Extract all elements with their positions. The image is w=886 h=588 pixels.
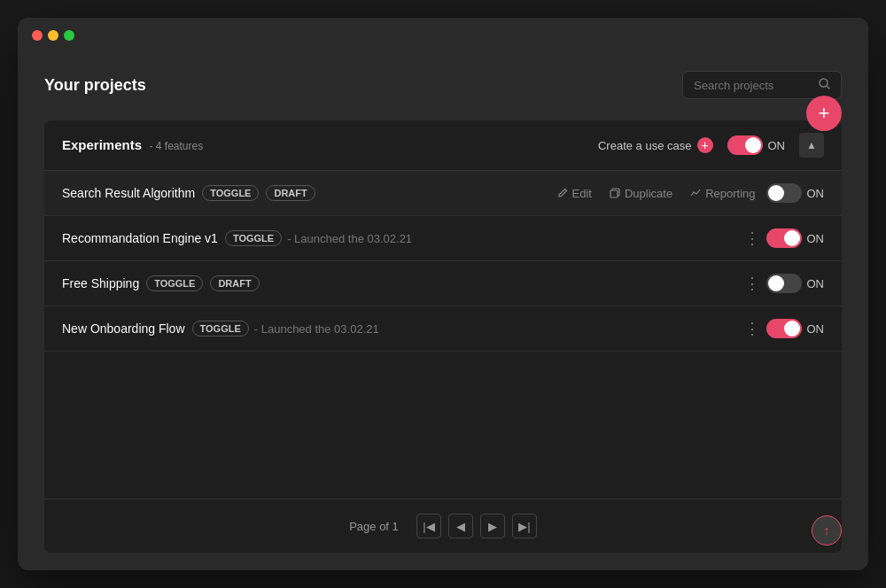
- minimize-button[interactable]: [48, 30, 58, 41]
- search-icon: [819, 77, 830, 93]
- experiment-name: Free Shipping: [62, 276, 139, 290]
- experiment-toggle-label: ON: [807, 187, 825, 200]
- create-use-case-label: Create a use case: [598, 139, 692, 152]
- plus-icon: +: [697, 137, 713, 153]
- next-page-button[interactable]: ▶: [480, 514, 505, 538]
- pagination: Page of 1 |◀ ◀ ▶ ▶|: [44, 499, 842, 553]
- toggle-badge: TOGGLE: [225, 230, 282, 246]
- next-page-icon: ▶: [488, 520, 497, 533]
- experiment-toggle[interactable]: ON: [766, 228, 825, 248]
- experiment-toggle-label: ON: [807, 322, 825, 336]
- experiment-toggle-thumb: [784, 230, 800, 246]
- experiment-toggle-track: [766, 228, 802, 248]
- experiment-toggle-track: [766, 183, 802, 203]
- svg-line-1: [827, 86, 829, 89]
- scroll-to-top-icon: ↑: [824, 523, 830, 538]
- section-title-group: Experiments - 4 features: [62, 137, 203, 153]
- experiment-toggle-label: ON: [807, 232, 825, 245]
- search-box[interactable]: [682, 71, 842, 99]
- draft-badge: DRAFT: [210, 275, 259, 291]
- more-options-button[interactable]: ⋮: [739, 274, 766, 293]
- more-options-button[interactable]: ⋮: [739, 228, 766, 248]
- section-toggle[interactable]: ON: [727, 135, 786, 155]
- create-use-case-button[interactable]: Create a use case +: [598, 137, 713, 153]
- experiment-row: Recommandation Engine v1 TOGGLE - Launch…: [44, 216, 842, 261]
- last-page-icon: ▶|: [518, 520, 530, 533]
- edit-button[interactable]: Edit: [557, 187, 592, 200]
- section-name: Experiments: [62, 137, 142, 152]
- last-page-button[interactable]: ▶|: [512, 514, 537, 538]
- add-project-button[interactable]: +: [806, 96, 842, 131]
- section-feature-count: - 4 features: [150, 140, 204, 152]
- section-toggle-thumb: [745, 137, 761, 153]
- section-actions: Create a use case + ON ▲: [598, 133, 824, 158]
- experiment-toggle-thumb: [784, 321, 800, 337]
- experiment-name: New Onboarding Flow: [62, 321, 185, 336]
- experiment-row: Search Result Algorithm TOGGLE DRAFT Edi…: [44, 171, 842, 216]
- toggle-badge: TOGGLE: [146, 275, 203, 291]
- collapse-section-button[interactable]: ▲: [799, 133, 824, 158]
- experiment-row: Free Shipping TOGGLE DRAFT ⋮ ON: [44, 261, 842, 306]
- header-row: Your projects: [44, 71, 842, 99]
- row-inline-actions: Edit Duplicate: [557, 187, 756, 200]
- prev-page-button[interactable]: ◀: [448, 514, 473, 538]
- more-options-button[interactable]: ⋮: [739, 319, 766, 338]
- experiment-meta: - Launched the 03.02.21: [254, 322, 379, 336]
- scroll-to-top-button[interactable]: ↑: [812, 515, 842, 545]
- first-page-button[interactable]: |◀: [416, 514, 441, 538]
- section-toggle-track: [727, 135, 763, 155]
- first-page-icon: |◀: [423, 520, 434, 533]
- main-content: Your projects + Experiments: [18, 53, 868, 570]
- close-button[interactable]: [32, 30, 43, 41]
- titlebar: [18, 18, 868, 53]
- traffic-lights: [32, 30, 74, 41]
- maximize-button[interactable]: [64, 30, 74, 41]
- experiment-toggle-label: ON: [807, 277, 825, 290]
- experiment-name: Recommandation Engine v1: [62, 231, 218, 245]
- experiment-toggle-track: [766, 319, 802, 338]
- section-toggle-label: ON: [768, 139, 786, 152]
- experiment-toggle-track: [766, 274, 802, 293]
- prev-page-icon: ◀: [456, 520, 465, 533]
- experiment-toggle[interactable]: ON: [766, 319, 825, 338]
- experiment-name: Search Result Algorithm: [62, 186, 195, 200]
- reporting-button[interactable]: Reporting: [690, 187, 755, 200]
- header-right: [682, 71, 842, 99]
- experiment-toggle[interactable]: ON: [766, 274, 825, 293]
- experiment-row: New Onboarding Flow TOGGLE - Launched th…: [44, 306, 842, 352]
- page-info: Page of 1: [349, 520, 399, 533]
- page-title: Your projects: [44, 76, 146, 95]
- experiments-list: Search Result Algorithm TOGGLE DRAFT Edi…: [44, 171, 842, 499]
- duplicate-button[interactable]: Duplicate: [610, 187, 672, 200]
- toggle-badge: TOGGLE: [192, 321, 249, 337]
- toggle-badge: TOGGLE: [202, 185, 259, 201]
- main-panel: Experiments - 4 features Create a use ca…: [44, 120, 842, 553]
- app-window: Your projects + Experiments: [18, 18, 868, 570]
- experiment-toggle[interactable]: ON: [766, 183, 825, 203]
- section-header: Experiments - 4 features Create a use ca…: [44, 120, 842, 171]
- svg-rect-2: [610, 190, 618, 197]
- experiment-toggle-thumb: [768, 275, 784, 291]
- search-input[interactable]: [694, 79, 812, 92]
- draft-badge: DRAFT: [266, 185, 315, 201]
- experiment-meta: - Launched the 03.02.21: [287, 232, 412, 245]
- experiment-toggle-thumb: [768, 185, 784, 201]
